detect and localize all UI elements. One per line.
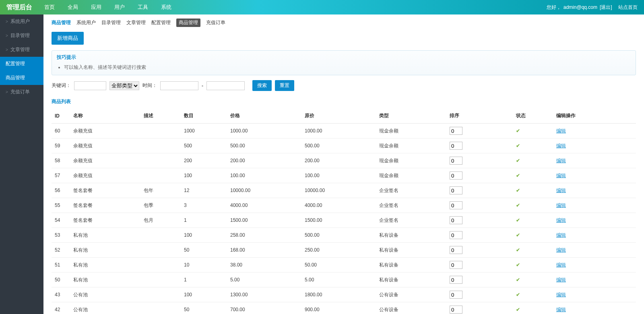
table-row: 52私有池50168.00250.00私有设备✔编辑: [52, 243, 636, 258]
cell-orig: 500.00: [301, 228, 376, 243]
edit-link[interactable]: 编辑: [556, 158, 566, 163]
cell-sort: [446, 168, 513, 183]
cell-orig: 5.00: [301, 273, 376, 287]
cell-type: 企业签名: [376, 213, 446, 228]
table-row: 50私有池15.005.00私有设备✔编辑: [52, 273, 636, 287]
edit-link[interactable]: 编辑: [556, 128, 566, 134]
cell-orig: 1000.00: [301, 124, 376, 138]
check-icon: ✔: [516, 158, 520, 163]
sidebar-item-3[interactable]: 配置管理: [0, 57, 43, 71]
cell-status: ✔: [513, 287, 553, 302]
sort-input[interactable]: [450, 276, 462, 284]
cell-sort: [446, 138, 513, 153]
edit-link[interactable]: 编辑: [556, 307, 566, 312]
date-from-input[interactable]: [160, 81, 198, 90]
sort-input[interactable]: [450, 291, 462, 299]
table-row: 60余额充值10001000.001000.00现金余额✔编辑: [52, 124, 636, 138]
search-button[interactable]: 搜索: [252, 80, 272, 91]
sort-input[interactable]: [450, 216, 462, 224]
sort-input[interactable]: [450, 201, 462, 209]
cell-qty: 12: [181, 183, 227, 198]
sort-input[interactable]: [450, 246, 462, 254]
sort-input[interactable]: [450, 142, 462, 150]
cell-qty: 100: [181, 168, 227, 183]
cell-id: 54: [52, 213, 70, 228]
check-icon: ✔: [516, 277, 520, 283]
sort-input[interactable]: [450, 186, 462, 194]
cell-actions: 编辑: [553, 168, 636, 183]
nav-home[interactable]: 首页: [44, 4, 55, 11]
sidebar-item-2[interactable]: >文章管理: [0, 43, 43, 57]
sidebar-item-1[interactable]: >目录管理: [0, 29, 43, 43]
sort-input[interactable]: [450, 171, 462, 180]
bc-item-3[interactable]: 配置管理: [151, 19, 171, 26]
sort-input[interactable]: [450, 157, 462, 165]
table-row: 53私有池100258.00500.00私有设备✔编辑: [52, 228, 636, 243]
bc-item-1[interactable]: 目录管理: [101, 19, 121, 26]
cell-status: ✔: [513, 302, 553, 314]
table-row: 42公有池50700.00900.00公有设备✔编辑: [52, 302, 636, 314]
nav-system[interactable]: 系统: [161, 4, 171, 11]
nav-global[interactable]: 全局: [68, 4, 78, 11]
nav-users[interactable]: 用户: [114, 4, 125, 11]
site-home-link[interactable]: 站点首页: [618, 4, 638, 11]
sidebar-item-0[interactable]: >系统用户: [0, 14, 43, 29]
cell-name: 私有池: [70, 243, 140, 258]
bc-item-2[interactable]: 文章管理: [126, 19, 146, 26]
user-link[interactable]: admin@qq.com: [564, 4, 597, 10]
edit-link[interactable]: 编辑: [556, 202, 566, 208]
sort-input[interactable]: [450, 231, 462, 239]
cell-type: 现金余额: [376, 124, 446, 138]
sidebar-item-label: 商品管理: [6, 74, 25, 81]
sidebar-item-label: 目录管理: [10, 32, 30, 39]
edit-link[interactable]: 编辑: [556, 232, 566, 238]
sort-input[interactable]: [450, 306, 462, 314]
sort-input[interactable]: [450, 127, 462, 135]
cell-actions: 编辑: [553, 153, 636, 168]
edit-link[interactable]: 编辑: [556, 173, 566, 178]
sidebar-item-label: 充值订单: [10, 89, 30, 95]
edit-link[interactable]: 编辑: [556, 262, 566, 268]
edit-link[interactable]: 编辑: [556, 247, 566, 253]
cell-desc: [140, 138, 181, 153]
cell-name: 签名套餐: [70, 198, 140, 213]
edit-link[interactable]: 编辑: [556, 143, 566, 149]
cell-orig: 250.00: [301, 243, 376, 258]
sidebar-item-4[interactable]: 商品管理: [0, 71, 43, 85]
date-to-input[interactable]: [206, 81, 245, 90]
th-desc: 描述: [140, 108, 181, 124]
tips-title: 技巧提示: [52, 51, 636, 62]
reset-button[interactable]: 重置: [275, 80, 294, 91]
sort-input[interactable]: [450, 261, 462, 269]
cell-id: 42: [52, 302, 70, 314]
bc-item-4[interactable]: 商品管理: [176, 19, 200, 27]
cell-qty: 10: [181, 258, 227, 273]
cell-sort: [446, 258, 513, 273]
cell-orig: 100.00: [301, 168, 376, 183]
nav-tools[interactable]: 工具: [138, 4, 148, 11]
cell-qty: 500: [181, 138, 227, 153]
edit-link[interactable]: 编辑: [556, 292, 566, 297]
bc-item-0[interactable]: 系统用户: [76, 19, 96, 26]
bc-item-5[interactable]: 充值订单: [206, 19, 225, 26]
logout-link[interactable]: [退出]: [600, 4, 612, 11]
nav-apps[interactable]: 应用: [91, 4, 101, 11]
cell-type: 私有设备: [376, 258, 446, 273]
cell-qty: 1000: [181, 124, 227, 138]
cell-status: ✔: [513, 258, 553, 273]
cell-status: ✔: [513, 124, 553, 138]
cell-desc: [140, 287, 181, 302]
cell-sort: [446, 213, 513, 228]
th-qty: 数目: [181, 108, 227, 124]
sidebar: >系统用户>目录管理>文章管理配置管理商品管理>充值订单 版本：2.1 编码：U…: [0, 14, 43, 314]
edit-link[interactable]: 编辑: [556, 217, 566, 223]
edit-link[interactable]: 编辑: [556, 277, 566, 283]
add-product-button[interactable]: 新增商品: [52, 32, 84, 45]
type-select[interactable]: 全部类型: [109, 81, 139, 90]
check-icon: ✔: [516, 307, 520, 312]
edit-link[interactable]: 编辑: [556, 188, 566, 193]
cell-sort: [446, 243, 513, 258]
cell-desc: 包月: [140, 213, 181, 228]
keyword-input[interactable]: [74, 81, 106, 90]
sidebar-item-5[interactable]: >充值订单: [0, 85, 43, 99]
